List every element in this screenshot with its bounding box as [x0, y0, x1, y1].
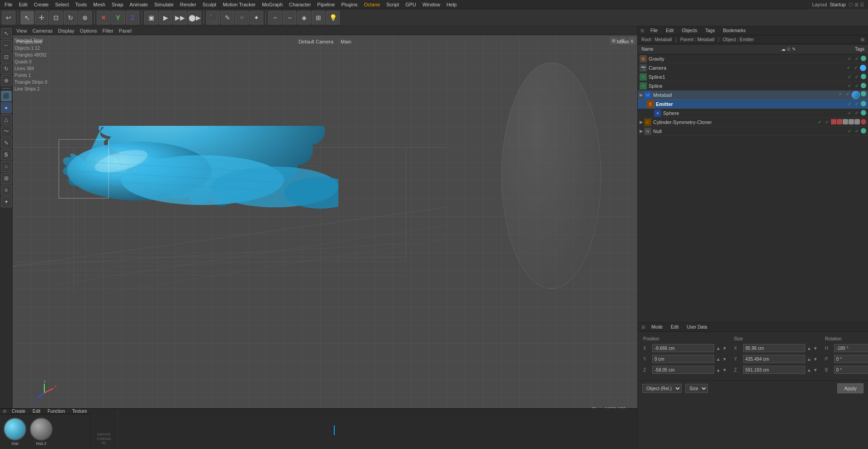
- left-tool-spline[interactable]: 〜: [1, 126, 12, 137]
- emitter-render-check[interactable]: ✓: [854, 101, 860, 107]
- attr-menu-user-data[interactable]: User Data: [685, 325, 709, 330]
- object-rel-dropdown[interactable]: Object (Rel.): [642, 384, 682, 393]
- subdiv-button[interactable]: ◈: [297, 11, 311, 24]
- left-tool-5[interactable]: ⊕: [1, 75, 12, 86]
- move-tool-button[interactable]: ✛: [35, 11, 48, 24]
- pos-x-down[interactable]: ▼: [722, 346, 727, 351]
- attr-menu-mode[interactable]: Mode: [650, 325, 664, 330]
- metaball-expand-icon[interactable]: ▶: [640, 92, 643, 97]
- spline-render-check[interactable]: ✓: [854, 83, 860, 89]
- camera-vis-check[interactable]: ✓: [845, 65, 852, 71]
- menu-item-simulate[interactable]: Simulate: [152, 1, 176, 8]
- pos-x-up[interactable]: ▲: [716, 346, 721, 351]
- spline-button[interactable]: ⌣: [283, 11, 296, 24]
- menu-item-character[interactable]: Character: [286, 1, 313, 8]
- left-tool-sphere[interactable]: ●: [1, 102, 12, 113]
- pos-x-input[interactable]: [652, 344, 714, 352]
- left-tool-paint[interactable]: ✎: [1, 138, 12, 148]
- menu-item-window[interactable]: Window: [420, 1, 443, 8]
- left-tool-s[interactable]: S: [1, 149, 12, 160]
- viewport-menu-display[interactable]: Display: [58, 28, 74, 33]
- cube-button[interactable]: ⬛: [206, 11, 220, 24]
- menu-item-create[interactable]: Create: [31, 1, 52, 8]
- apply-button[interactable]: Apply: [837, 383, 863, 393]
- camera2-button[interactable]: ⊞: [312, 11, 325, 24]
- om-row-spline1[interactable]: ~ Spline1 ✓ ✓: [638, 72, 868, 81]
- mat-menu-edit[interactable]: Edit: [31, 409, 42, 414]
- rotate-tool-button[interactable]: ↻: [64, 11, 77, 24]
- mat-menu-function[interactable]: Function: [46, 409, 66, 414]
- om-row-gravity[interactable]: G Gravity ✓ ✓: [638, 54, 868, 63]
- mat-menu-texture[interactable]: Texture: [71, 409, 89, 414]
- undo-button[interactable]: ↩: [2, 11, 15, 24]
- om-row-sphere[interactable]: ● Sphere ✓ ✓: [638, 109, 868, 118]
- menu-item-gpu[interactable]: GPU: [403, 1, 419, 8]
- pen-button[interactable]: ✎: [221, 11, 234, 24]
- spline1-vis-check[interactable]: ✓: [846, 74, 853, 80]
- metaball-render-check[interactable]: ✓: [844, 91, 851, 97]
- menu-item-octane[interactable]: Octane: [361, 1, 383, 8]
- menu-item-animate[interactable]: Animate: [127, 1, 151, 8]
- cloner-render-check[interactable]: ✓: [824, 119, 830, 125]
- null-render-check[interactable]: ✓: [854, 128, 860, 134]
- om-menu-edit[interactable]: Edit: [664, 28, 675, 33]
- size-x-down[interactable]: ▼: [813, 346, 818, 351]
- camera-render-check[interactable]: ✓: [853, 65, 859, 71]
- particles-button[interactable]: ⁘: [235, 11, 249, 24]
- left-tool-layers[interactable]: ≡: [1, 185, 12, 196]
- mat-menu-create[interactable]: Create: [10, 409, 27, 414]
- render-all-button[interactable]: ⬤▶: [188, 11, 201, 24]
- left-tool-4[interactable]: ↻: [1, 63, 12, 74]
- x-axis-button[interactable]: ✕: [97, 11, 110, 24]
- rot-b-input[interactable]: [834, 366, 868, 374]
- om-row-metaball[interactable]: ▶ M Metaball ✓ ✓: [638, 91, 868, 100]
- size-z-down[interactable]: ▼: [813, 368, 818, 373]
- transform-tool-button[interactable]: ⊕: [78, 11, 92, 24]
- om-row-null[interactable]: ▶ N Null ✓ ✓: [638, 127, 868, 136]
- menu-item-edit[interactable]: Edit: [16, 1, 30, 8]
- sphere-render-check[interactable]: ✓: [854, 110, 860, 116]
- pos-y-input[interactable]: [652, 355, 714, 363]
- left-tool-circle[interactable]: ○: [1, 161, 12, 172]
- menu-item-select[interactable]: Select: [52, 1, 72, 8]
- null-expand-icon[interactable]: ▶: [640, 129, 643, 134]
- mat-item-1[interactable]: Mat: [4, 418, 26, 446]
- left-tool-2[interactable]: ↔: [1, 40, 12, 51]
- om-row-emitter[interactable]: E Emitter ✓ ✓: [638, 100, 868, 109]
- om-row-camera[interactable]: 📷 Camera ✓ ✓: [638, 63, 868, 72]
- pos-y-up[interactable]: ▲: [716, 357, 721, 362]
- render-region-button[interactable]: ▣: [144, 11, 158, 24]
- left-tool-cube[interactable]: ⬛: [1, 91, 12, 101]
- om-menu-objects[interactable]: Objects: [680, 28, 699, 33]
- metaball-vis-check[interactable]: ✓: [837, 91, 844, 97]
- size-x-up[interactable]: ▲: [807, 346, 811, 351]
- light-button[interactable]: 💡: [326, 11, 340, 24]
- menu-item-pipeline[interactable]: Pipeline: [314, 1, 337, 8]
- fx-button[interactable]: ✦: [250, 11, 263, 24]
- pos-z-up[interactable]: ▲: [716, 368, 721, 373]
- viewport-menu-panel[interactable]: Panel: [119, 28, 132, 33]
- menu-item-help[interactable]: Help: [444, 1, 460, 8]
- size-z-input[interactable]: [743, 366, 805, 374]
- viewport-menu-cameras[interactable]: Cameras: [33, 28, 53, 33]
- om-row-spline[interactable]: ~ Spline ✓ ✓: [638, 81, 868, 91]
- menu-item-render[interactable]: Render: [177, 1, 199, 8]
- left-tool-3[interactable]: ⊡: [1, 52, 12, 62]
- spline-vis-check[interactable]: ✓: [846, 83, 853, 89]
- size-x-input[interactable]: [743, 344, 805, 352]
- emitter-vis-check[interactable]: ✓: [846, 101, 853, 107]
- pos-z-input[interactable]: [652, 366, 714, 374]
- viewport-menu-filter[interactable]: Filter: [102, 28, 113, 33]
- size-z-up[interactable]: ▲: [807, 368, 811, 373]
- cloner-expand-icon[interactable]: ▶: [640, 119, 643, 124]
- menu-item-sculpt[interactable]: Sculpt: [200, 1, 219, 8]
- mat-item-2[interactable]: Mat.3: [30, 418, 52, 446]
- cloner-vis-check[interactable]: ✓: [816, 119, 823, 125]
- menu-item-snap[interactable]: Snap: [109, 1, 126, 8]
- size-y-input[interactable]: [743, 355, 805, 363]
- om-menu-tags[interactable]: Tags: [703, 28, 716, 33]
- left-tool-1[interactable]: ↖: [1, 28, 12, 39]
- null-vis-check[interactable]: ✓: [846, 128, 853, 134]
- menu-item-script[interactable]: Script: [384, 1, 402, 8]
- pos-z-down[interactable]: ▼: [722, 368, 727, 373]
